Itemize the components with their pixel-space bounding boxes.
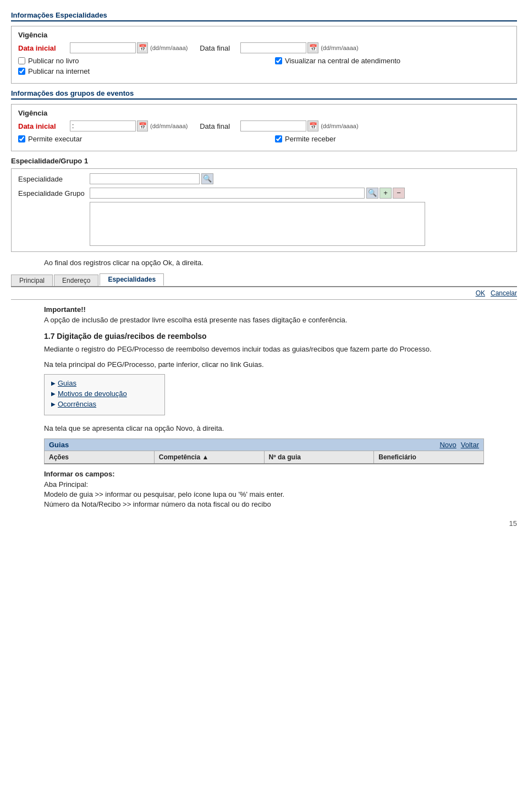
section-1-7-para2: Na tela principal do PEG/Processo, parte… [44, 359, 484, 370]
permite-receber-label: Permite receber [285, 135, 336, 143]
section-1-7-title: 1.7 Digitação de guias/recibos de reembo… [44, 332, 484, 341]
data-inicial-input-1[interactable] [70, 42, 136, 53]
tab-especialidades[interactable]: Especialidades [100, 273, 164, 286]
links-block: ▶ Guias ▶ Motivos de devolução ▶ Ocorrên… [44, 374, 165, 415]
importante-text: A opção de inclusão de prestador livre e… [44, 316, 484, 324]
especialidade-grupo-title: Especialidade/Grupo 1 [11, 157, 517, 165]
publicar-internet-checkbox[interactable] [18, 68, 25, 75]
col-numero-guia: Nº da guia [265, 451, 375, 463]
instruction-text: Ao final dos registros clicar na opção O… [44, 259, 517, 267]
visualizar-central-checkbox[interactable] [275, 57, 282, 64]
checkbox-section-1: Publicar no livro Publicar na internet V… [18, 57, 510, 78]
especialidade-textarea[interactable] [90, 202, 425, 246]
permite-receber-row: Permite receber [275, 135, 510, 143]
link-item-guias: ▶ Guias [51, 379, 158, 387]
publicar-livro-label: Publicar no livro [28, 57, 79, 65]
especialidade-grupo-input[interactable] [90, 188, 365, 199]
publicar-internet-row: Publicar na internet [18, 67, 253, 75]
tab-principal[interactable]: Principal [11, 275, 53, 286]
data-final-input-1[interactable] [240, 42, 306, 53]
data-inicial-hint-1: (dd/mm/aaaa) [150, 45, 188, 51]
novo-link[interactable]: Novo [439, 441, 456, 449]
data-final-label-2: Data final [200, 122, 238, 130]
data-inicial-label-2: Data inicial [18, 122, 68, 130]
arrow-icon-1: ▶ [51, 380, 56, 386]
data-final-input-2[interactable] [240, 120, 306, 131]
publicar-livro-checkbox[interactable] [18, 57, 25, 64]
link-motivos[interactable]: Motivos de devolução [58, 389, 127, 398]
checkbox-section-2: Permite executar Permite receber [18, 135, 510, 145]
tab-bar: Principal Endereço Especialidades [11, 273, 517, 287]
informacoes-especialidades-title: Informações Especialidades [11, 11, 517, 21]
data-inicial-input-2[interactable] [70, 120, 136, 131]
importante-box: Importante!! A opção de inclusão de pres… [44, 305, 484, 324]
arrow-icon-2: ▶ [51, 391, 56, 397]
vigencia-block-especialidades: Vigência Data inicial 📅 (dd/mm/aaaa) Dat… [11, 26, 517, 84]
link-item-ocorrencias: ▶ Ocorrências [51, 400, 158, 408]
aba-principal-label: Aba Principal: [44, 480, 484, 489]
publicar-internet-label: Publicar na internet [28, 67, 90, 75]
especialidade-input[interactable] [90, 173, 200, 184]
guias-col-header: Ações Competência ▲ Nº da guia Beneficiá… [44, 451, 484, 464]
section-1-7-para3: Na tela que se apresenta clicar na opção… [44, 423, 484, 434]
voltar-link[interactable]: Voltar [461, 441, 479, 449]
tab-endereco[interactable]: Endereço [54, 275, 98, 286]
section-1-7: 1.7 Digitação de guias/recibos de reembo… [44, 332, 484, 370]
informacoes-especialidades-section: Informações Especialidades Vigência Data… [11, 11, 517, 252]
ok-button[interactable]: OK [476, 289, 485, 297]
data-final-hint-2: (dd/mm/aaaa) [321, 123, 358, 129]
importante-title: Importante!! [44, 305, 484, 314]
cal-icon-3[interactable]: 📅 [137, 120, 148, 131]
visualizar-central-label: Visualizar na central de atendimento [285, 57, 400, 65]
data-row-2: Data inicial 📅 (dd/mm/aaaa) Data final 📅… [18, 120, 510, 131]
link-item-motivos: ▶ Motivos de devolução [51, 389, 158, 398]
vigencia-label-1: Vigência [18, 31, 510, 39]
data-final-hint-1: (dd/mm/aaaa) [321, 45, 358, 51]
visualizar-central-row: Visualizar na central de atendimento [275, 57, 510, 65]
remove-btn[interactable]: − [393, 188, 405, 199]
informar-item-2: Número da Nota/Recibo >> informar número… [44, 500, 484, 508]
especialidade-grupo-row: Especialidade Grupo 🔍 + − [18, 188, 510, 199]
permite-executar-checkbox[interactable] [18, 135, 25, 142]
informar-item-1: Modelo de guia >> informar ou pesquisar,… [44, 490, 484, 498]
col-left-2: Permite executar [18, 135, 253, 145]
col-competencia[interactable]: Competência ▲ [155, 451, 265, 463]
guias-header-actions: Novo Voltar [439, 441, 479, 449]
especialidade-grupo-search-btn[interactable]: 🔍 [366, 188, 378, 199]
data-inicial-label-1: Data inicial [18, 44, 68, 52]
cal-icon-1[interactable]: 📅 [137, 42, 148, 53]
especialidade-grupo-label: Especialidade Grupo [18, 189, 90, 197]
section-1-7-para3-wrapper: Na tela que se apresenta clicar na opção… [44, 423, 484, 434]
permite-executar-row: Permite executar [18, 135, 253, 143]
col-right-2: Permite receber [275, 135, 510, 145]
especialidade-search-btn[interactable]: 🔍 [201, 173, 213, 184]
data-final-label-1: Data final [200, 44, 238, 52]
col-beneficiario: Beneficiário [374, 451, 483, 463]
cal-icon-2[interactable]: 📅 [307, 42, 318, 53]
cal-icon-4[interactable]: 📅 [307, 120, 318, 131]
page-number: 15 [11, 519, 517, 528]
tab-actions-row: OK Cancelar [11, 287, 517, 300]
especialidade-label: Especialidade [18, 175, 90, 183]
col-left-1: Publicar no livro Publicar na internet [18, 57, 253, 78]
especialidade-row: Especialidade 🔍 [18, 173, 510, 184]
data-row-1: Data inicial 📅 (dd/mm/aaaa) Data final 📅… [18, 42, 510, 53]
guias-header-title: Guias [49, 441, 69, 449]
permite-executar-label: Permite executar [28, 135, 82, 143]
col-right-1: Visualizar na central de atendimento [275, 57, 510, 78]
especialidade-block: Especialidade 🔍 Especialidade Grupo 🔍 + … [11, 168, 517, 252]
cancelar-button[interactable]: Cancelar [491, 289, 517, 297]
informacoes-grupos-title: Informações dos grupos de eventos [11, 89, 517, 100]
arrow-icon-3: ▶ [51, 401, 56, 407]
guias-table-wrapper: Guias Novo Voltar Ações Competência ▲ Nº… [44, 438, 484, 464]
vigencia-label-2: Vigência [18, 109, 510, 117]
permite-receber-checkbox[interactable] [275, 135, 282, 142]
add-btn[interactable]: + [380, 188, 392, 199]
col-acoes: Ações [45, 451, 155, 463]
informar-title: Informar os campos: [44, 470, 484, 478]
section-1-7-para1: Mediante o registro do PEG/Processo de r… [44, 344, 484, 355]
link-ocorrencias[interactable]: Ocorrências [58, 400, 96, 408]
publicar-livro-row: Publicar no livro [18, 57, 253, 65]
informar-block: Informar os campos: Aba Principal: Model… [44, 470, 484, 508]
link-guias[interactable]: Guias [58, 379, 76, 387]
